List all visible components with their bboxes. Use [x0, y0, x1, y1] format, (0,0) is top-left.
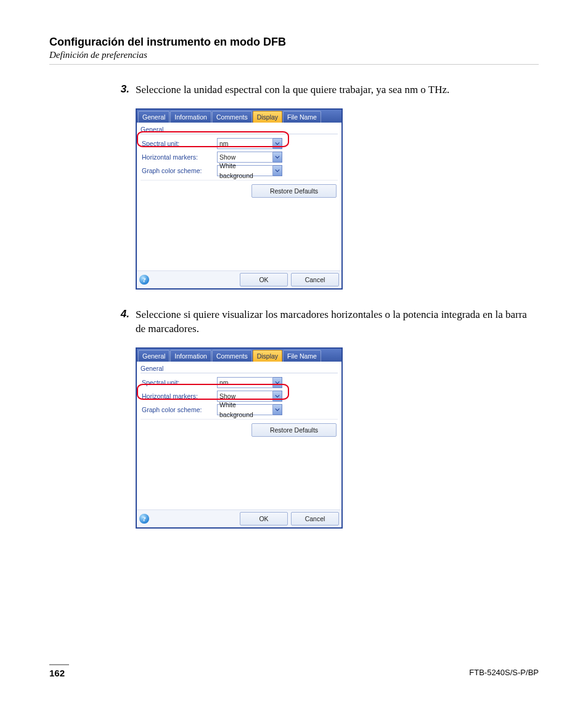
cancel-button[interactable]: Cancel	[291, 512, 339, 525]
graph-color-scheme-label: Graph color scheme:	[142, 406, 217, 413]
chevron-down-icon	[275, 380, 280, 385]
chevron-down-icon	[275, 168, 280, 173]
spectral-unit-value: nm	[219, 139, 229, 148]
tab-display[interactable]: Display	[253, 111, 282, 123]
group-general-label: General	[141, 125, 338, 134]
group-general-label: General	[141, 364, 338, 373]
section-subheading: Definición de preferencias	[49, 50, 539, 60]
tab-general[interactable]: General	[138, 350, 169, 362]
step-3: 3. Seleccione la unidad espectral con la…	[111, 83, 533, 97]
step-text: Seleccione la unidad espectral con la qu…	[136, 83, 449, 97]
graph-color-scheme-value: White background	[219, 161, 271, 181]
tab-file-name[interactable]: File Name	[283, 111, 321, 123]
restore-row: Restore Defaults	[141, 419, 338, 437]
spectral-unit-dropdown-button[interactable]	[273, 138, 282, 149]
restore-defaults-button[interactable]: Restore Defaults	[251, 423, 337, 437]
ok-button[interactable]: OK	[240, 512, 288, 525]
row-spectral-unit: Spectral unit: nm	[141, 137, 338, 150]
horizontal-markers-dropdown-button[interactable]	[273, 152, 282, 163]
document-id: FTB-5240S/S-P/BP	[469, 668, 539, 677]
page-footer: 162 FTB-5240S/S-P/BP	[49, 664, 539, 678]
tab-display[interactable]: Display	[253, 350, 282, 362]
dialog-footer: ? OK Cancel	[137, 270, 341, 288]
step-text: Seleccione si quiere visualizar los marc…	[136, 308, 533, 336]
horizontal-markers-label: Horizontal markers:	[142, 392, 217, 400]
spectral-unit-value: nm	[219, 378, 229, 387]
spectral-unit-select[interactable]: nm	[217, 377, 273, 388]
graph-color-scheme-dropdown-button[interactable]	[273, 404, 282, 415]
tab-comments[interactable]: Comments	[212, 350, 252, 362]
dialog-body: General Spectral unit: nm Horizontal mar…	[137, 123, 341, 270]
graph-color-scheme-dropdown-button[interactable]	[273, 165, 282, 176]
spectral-unit-label: Spectral unit:	[142, 140, 217, 147]
help-button[interactable]: ?	[139, 514, 149, 524]
tab-information[interactable]: Information	[170, 111, 211, 123]
section-heading: Configuración del instrumento en modo DF…	[49, 36, 539, 49]
tab-file-name[interactable]: File Name	[283, 350, 321, 362]
step-4: 4. Seleccione si quiere visualizar los m…	[111, 308, 533, 336]
chevron-down-icon	[275, 141, 280, 146]
tab-strip: General Information Comments Display Fil…	[137, 349, 341, 362]
restore-row: Restore Defaults	[141, 180, 338, 198]
graph-color-scheme-select[interactable]: White background	[217, 404, 273, 415]
tab-information[interactable]: Information	[170, 350, 211, 362]
divider	[49, 64, 539, 65]
row-graph-color-scheme: Graph color scheme: White background	[141, 164, 338, 177]
chevron-down-icon	[275, 407, 280, 412]
graph-color-scheme-value: White background	[219, 400, 271, 420]
horizontal-markers-dropdown-button[interactable]	[273, 391, 282, 402]
preferences-dialog-figure-1: General Information Comments Display Fil…	[136, 108, 539, 290]
spectral-unit-select[interactable]: nm	[217, 138, 273, 149]
ok-button[interactable]: OK	[240, 273, 288, 286]
spectral-unit-label: Spectral unit:	[142, 379, 217, 386]
graph-color-scheme-label: Graph color scheme:	[142, 167, 217, 174]
step-number: 4.	[111, 308, 136, 336]
graph-color-scheme-select[interactable]: White background	[217, 165, 273, 176]
cancel-button[interactable]: Cancel	[291, 273, 339, 286]
row-graph-color-scheme: Graph color scheme: White background	[141, 403, 338, 416]
restore-defaults-button[interactable]: Restore Defaults	[251, 184, 337, 198]
chevron-down-icon	[275, 155, 280, 160]
spectral-unit-dropdown-button[interactable]	[273, 377, 282, 388]
preferences-dialog-figure-2: General Information Comments Display Fil…	[136, 347, 539, 529]
tab-strip: General Information Comments Display Fil…	[137, 110, 341, 123]
tab-general[interactable]: General	[138, 111, 169, 123]
help-button[interactable]: ?	[139, 275, 149, 285]
tab-comments[interactable]: Comments	[212, 111, 252, 123]
dialog-footer: ? OK Cancel	[137, 509, 341, 527]
dialog-body: General Spectral unit: nm Horizontal mar…	[137, 362, 341, 509]
step-number: 3.	[111, 83, 136, 97]
page-number: 162	[49, 668, 65, 678]
row-spectral-unit: Spectral unit: nm	[141, 376, 338, 389]
chevron-down-icon	[275, 394, 280, 399]
horizontal-markers-label: Horizontal markers:	[142, 153, 217, 161]
